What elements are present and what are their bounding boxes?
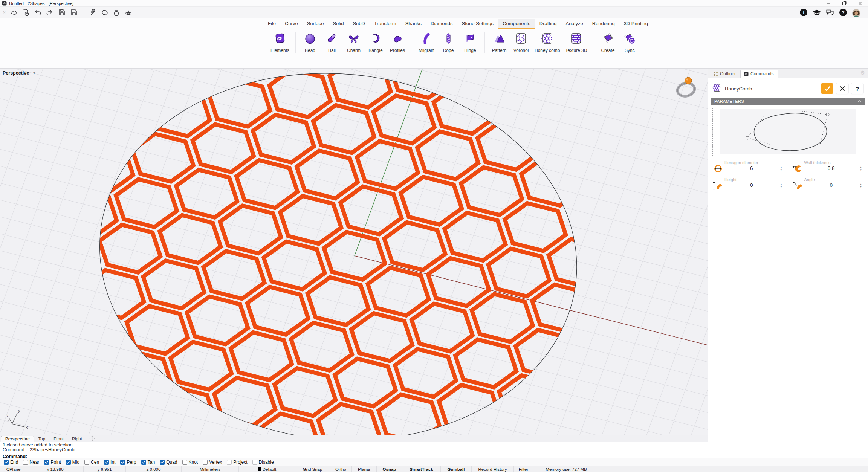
- help-button[interactable]: ?: [851, 83, 863, 94]
- ribbon-button-voronoi[interactable]: Voronoi: [513, 32, 529, 53]
- viewport-tab-front[interactable]: Front: [49, 436, 68, 442]
- stepper-down-icon[interactable]: ▼: [860, 186, 862, 188]
- ribbon-button-milgrain[interactable]: Milgrain: [418, 32, 435, 53]
- ribbon-button-sync[interactable]: Sync: [621, 32, 638, 53]
- info-icon[interactable]: i: [799, 8, 808, 17]
- avatar[interactable]: [852, 8, 860, 17]
- spark-button[interactable]: [87, 8, 97, 17]
- move-cross-icon[interactable]: [89, 435, 95, 442]
- ribbon-button-elements[interactable]: Elements: [270, 32, 289, 53]
- viewport[interactable]: Perspective ▾ x: [0, 69, 708, 442]
- ribbon-button-bangle[interactable]: Bangle: [367, 32, 384, 53]
- menu-analyze[interactable]: Analyze: [561, 19, 587, 29]
- tab-commands[interactable]: Commands: [740, 70, 778, 78]
- menu-solid[interactable]: Solid: [329, 19, 348, 29]
- toolbar-collapse-icon[interactable]: ×: [3, 10, 6, 15]
- status-gumball[interactable]: Gumball: [441, 466, 472, 472]
- menu-rendering[interactable]: Rendering: [588, 19, 619, 29]
- ribbon-button-charm[interactable]: Charm: [345, 32, 362, 53]
- checkbox-project[interactable]: [227, 460, 232, 465]
- redo-button[interactable]: [45, 8, 55, 17]
- status-ortho[interactable]: Ortho: [330, 466, 352, 472]
- stepper-up-icon[interactable]: ▲: [780, 183, 782, 185]
- stepper-down-icon[interactable]: ▼: [860, 169, 862, 171]
- checkbox-quad[interactable]: [160, 460, 165, 465]
- chat-icon[interactable]: [826, 8, 834, 17]
- checkbox-end[interactable]: [4, 460, 9, 465]
- close-button[interactable]: [852, 0, 868, 6]
- ribbon-button-bail[interactable]: Bail: [324, 32, 340, 53]
- ring-side-button[interactable]: [112, 8, 121, 17]
- menu-transform[interactable]: Transform: [370, 19, 400, 29]
- viewport-tab-right[interactable]: Right: [68, 436, 86, 442]
- osnap-project[interactable]: Project: [227, 460, 247, 465]
- stepper-up-icon[interactable]: ▲: [860, 183, 862, 185]
- checkbox-disable[interactable]: [252, 460, 257, 465]
- menu-stone-settings[interactable]: Stone Settings: [458, 19, 498, 29]
- checkbox-tan[interactable]: [141, 460, 146, 465]
- menu-3d-printing[interactable]: 3D Printing: [620, 19, 652, 29]
- undo-button[interactable]: [33, 8, 43, 17]
- honeycomb-cell[interactable]: [147, 383, 222, 435]
- osnap-perp[interactable]: Perp: [120, 460, 136, 465]
- checkbox-perp[interactable]: [120, 460, 125, 465]
- ribbon-button-hinge[interactable]: Hinge: [462, 32, 478, 53]
- osnap-end[interactable]: End: [4, 460, 18, 465]
- stepper-up-icon[interactable]: ▲: [780, 166, 782, 168]
- menu-curve[interactable]: Curve: [281, 19, 302, 29]
- swoosh-button[interactable]: [9, 8, 18, 17]
- status-y-6-951[interactable]: y 6.951: [84, 466, 126, 472]
- checkbox-point[interactable]: [44, 460, 49, 465]
- cancel-button[interactable]: [836, 83, 848, 94]
- stepper-down-icon[interactable]: ▼: [780, 186, 782, 188]
- osnap-mid[interactable]: Mid: [66, 460, 79, 465]
- height-input[interactable]: 0: [724, 182, 779, 188]
- checkbox-int[interactable]: [104, 460, 109, 465]
- viewport-title-menu[interactable]: Perspective ▾: [3, 70, 35, 76]
- angle-input[interactable]: 0: [804, 182, 859, 188]
- confirm-button[interactable]: [821, 83, 833, 94]
- menu-file[interactable]: File: [264, 19, 280, 29]
- ring-flat-button[interactable]: [124, 8, 133, 17]
- status-record-history[interactable]: Record History: [472, 466, 514, 472]
- new-file-button[interactable]: [21, 8, 31, 17]
- osnap-disable[interactable]: Disable: [252, 460, 274, 465]
- tab-outliner[interactable]: Outliner: [710, 70, 740, 78]
- status-osnap[interactable]: Osnap: [377, 466, 402, 472]
- checkbox-cen[interactable]: [84, 460, 89, 465]
- menu-components[interactable]: Components: [498, 19, 535, 29]
- osnap-tan[interactable]: Tan: [141, 460, 155, 465]
- osnap-near[interactable]: Near: [23, 460, 39, 465]
- ribbon-button-pattern[interactable]: Pattern: [491, 32, 507, 53]
- save-all-button[interactable]: [69, 8, 79, 17]
- status-grid-snap[interactable]: Grid Snap: [295, 466, 330, 472]
- status-memory-use-727-mb[interactable]: Memory use: 727 MB: [533, 466, 599, 472]
- stepper-up-icon[interactable]: ▲: [860, 166, 862, 168]
- checkbox-mid[interactable]: [66, 460, 71, 465]
- ribbon-button-rope[interactable]: Rope: [440, 32, 457, 53]
- menu-shanks[interactable]: Shanks: [401, 19, 426, 29]
- parameters-header[interactable]: PARAMETERS: [711, 98, 865, 105]
- modeling-button[interactable]: [99, 8, 109, 17]
- stepper-down-icon[interactable]: ▼: [780, 169, 782, 171]
- status-millimeters[interactable]: Millimeters: [182, 466, 239, 472]
- ribbon-button-profiles[interactable]: Profiles: [389, 32, 406, 53]
- osnap-cen[interactable]: Cen: [84, 460, 99, 465]
- academy-icon[interactable]: [813, 8, 821, 17]
- hexagon-diameter-input[interactable]: 6: [724, 165, 779, 171]
- wall-thickness-stepper[interactable]: ▲▼: [858, 166, 863, 171]
- viewport-canvas[interactable]: [0, 69, 708, 435]
- status-z-0-000[interactable]: z 0.000: [126, 466, 182, 472]
- ribbon-button-create[interactable]: Create: [599, 32, 616, 53]
- checkbox-near[interactable]: [23, 460, 28, 465]
- status-cplane[interactable]: CPlane: [0, 466, 27, 472]
- wall-thickness-input[interactable]: 0.8: [804, 165, 859, 171]
- ring-preview-thumbnail[interactable]: [673, 76, 700, 101]
- save-button[interactable]: [57, 8, 67, 17]
- status-planar[interactable]: Planar: [352, 466, 377, 472]
- menu-diamonds[interactable]: Diamonds: [426, 19, 457, 29]
- restore-button[interactable]: [836, 0, 852, 6]
- angle-stepper[interactable]: ▲▼: [858, 183, 863, 188]
- menu-subd[interactable]: SubD: [348, 19, 369, 29]
- ribbon-button-texture-3d[interactable]: Texture 3D: [565, 32, 587, 53]
